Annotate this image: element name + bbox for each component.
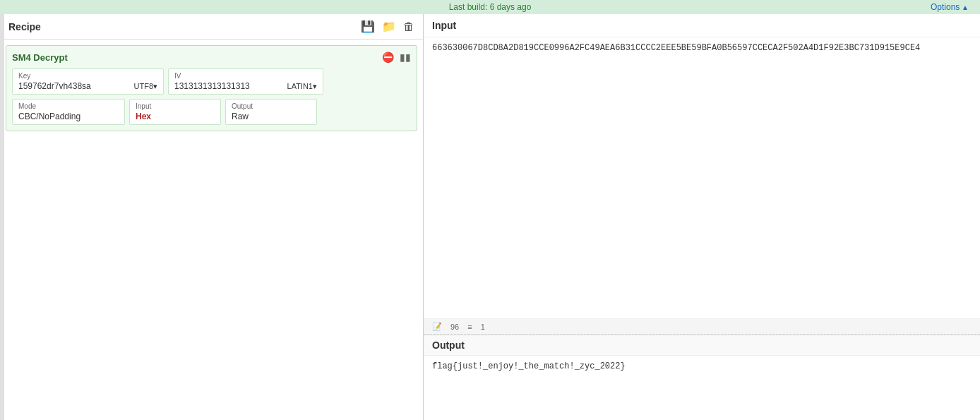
iv-encoding-select[interactable]: LATIN1 — [287, 82, 317, 91]
input-encoding-value: Hex — [136, 112, 215, 121]
key-label: Key — [18, 72, 157, 80]
iv-label: IV — [174, 72, 317, 80]
left-drag-handle[interactable] — [0, 14, 4, 420]
key-field[interactable]: Key 159762dr7vh438sa UTF8 — [12, 68, 164, 95]
input-stats: 📝 96 ≡ 1 — [424, 318, 980, 335]
recipe-title: Recipe — [8, 21, 41, 32]
output-encoding-value: Raw — [232, 112, 311, 121]
output-encoding-field[interactable]: Output Raw — [225, 99, 317, 125]
mode-field[interactable]: Mode CBC/NoPadding — [12, 99, 125, 125]
recipe-content: SM4 Decrypt ⛔ ▮▮ Key 159762dr7vh438sa UT… — [0, 40, 423, 420]
iv-field[interactable]: IV 1313131313131313 LATIN1 — [168, 68, 323, 95]
input-encoding-field[interactable]: Input Hex — [129, 99, 221, 125]
trash-button[interactable]: 🗑 — [403, 20, 414, 33]
save-button[interactable]: 💾 — [361, 20, 375, 33]
op-title: SM4 Decrypt — [12, 52, 68, 63]
mode-label: Mode — [18, 102, 119, 110]
right-panel: Input 📝 96 ≡ 1 Output — [424, 14, 980, 420]
op-header: SM4 Decrypt ⛔ ▮▮ — [12, 52, 411, 63]
mode-value: CBC/NoPadding — [18, 112, 119, 121]
line-count-icon: ≡ — [467, 323, 472, 331]
input-section: Input 📝 96 ≡ 1 — [424, 14, 980, 335]
char-count-label: 📝 — [432, 322, 442, 331]
key-value: 159762dr7vh438sa — [18, 81, 91, 91]
last-build-label: Last build: 6 days ago — [449, 2, 532, 12]
op-fields: Key 159762dr7vh438sa UTF8 IV 13131313131… — [12, 68, 411, 125]
key-encoding-select[interactable]: UTF8 — [134, 82, 158, 91]
recipe-toolbar: 💾 📁 🗑 — [361, 20, 414, 33]
output-header: Output — [424, 335, 980, 356]
open-folder-button[interactable]: 📁 — [382, 20, 396, 33]
output-label: Output — [232, 102, 311, 110]
recipe-header: Recipe 💾 📁 🗑 — [0, 14, 423, 40]
options-button[interactable]: Options — [931, 2, 969, 12]
char-count: 96 — [450, 323, 459, 331]
disable-button[interactable]: ⛔ — [382, 52, 394, 63]
left-panel: Recipe 💾 📁 🗑 SM4 Decrypt ⛔ ▮▮ — [0, 14, 424, 420]
sm4-decrypt-block: SM4 Decrypt ⛔ ▮▮ Key 159762dr7vh438sa UT… — [6, 45, 417, 131]
output-section: Output — [424, 335, 980, 420]
iv-value: 1313131313131313 — [174, 81, 250, 91]
main-layout: Recipe 💾 📁 🗑 SM4 Decrypt ⛔ ▮▮ — [0, 14, 980, 420]
input-textarea[interactable] — [424, 37, 980, 318]
input-label: Input — [136, 102, 215, 110]
op-controls: ⛔ ▮▮ — [382, 52, 411, 63]
top-bar: Last build: 6 days ago Options — [0, 0, 980, 14]
output-textarea[interactable] — [424, 356, 980, 420]
line-count: 1 — [481, 323, 485, 331]
input-header: Input — [424, 14, 980, 37]
pause-button[interactable]: ▮▮ — [400, 52, 411, 63]
